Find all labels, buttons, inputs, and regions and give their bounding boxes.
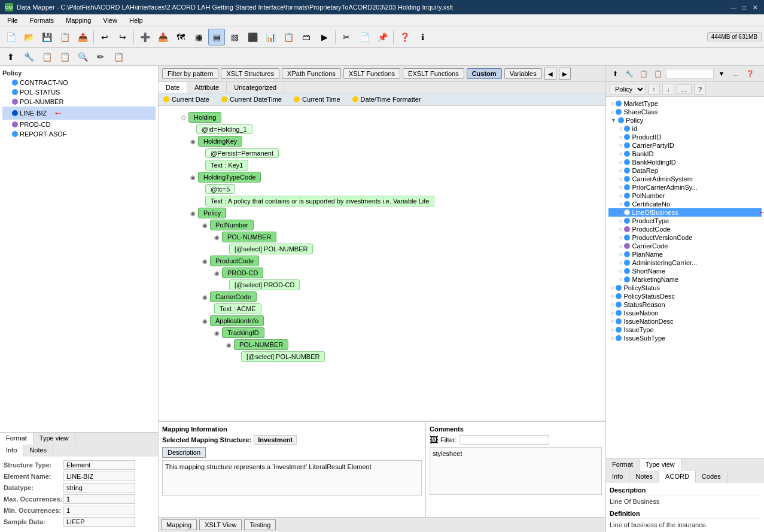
right-item-lineofbusiness[interactable]: ○ LineOfBusiness ← (608, 208, 762, 217)
view-btn1[interactable]: ▦ (190, 29, 207, 45)
policy-label[interactable]: Policy (198, 208, 226, 218)
copy-button[interactable]: 📄 (356, 29, 373, 45)
menu-file[interactable]: File (5, 16, 20, 25)
pol-number-2-label[interactable]: POL-NUMBER (234, 339, 288, 350)
pol-number-src-label[interactable]: POL-NUMBER (222, 232, 276, 242)
tab-notes[interactable]: Notes (23, 445, 53, 457)
nav-prev[interactable]: ◀ (544, 68, 556, 80)
tree-item-pol-number[interactable]: POL-NUMBER (2, 97, 156, 107)
right-item-productid[interactable]: ○ ProductID (608, 133, 762, 141)
holding-label[interactable]: Holding (188, 112, 221, 123)
exslt-functions-btn[interactable]: EXSLT Functions (403, 68, 464, 79)
left-tb-btn1[interactable]: ⬆ (2, 48, 19, 65)
right-search-input[interactable] (666, 69, 714, 78)
tree-item-pol-status[interactable]: POL-STATUS (2, 87, 156, 97)
right-tb-btn4[interactable]: 📋 (652, 67, 665, 80)
right-item-admincarrier[interactable]: ○ AdministeringCarrier... (608, 259, 762, 267)
menu-help[interactable]: Help (127, 16, 145, 25)
right-item-policystatus[interactable]: ○ PolicyStatus (608, 284, 762, 292)
node-select-pol-number-2[interactable]: [@select]:POL-NUMBER (163, 351, 601, 362)
right-tab-format[interactable]: Format (606, 459, 640, 471)
xslt-functions-btn[interactable]: XSLT Functions (343, 68, 400, 79)
right-item-carrieradmin[interactable]: ○ CarrierAdminSystem (608, 175, 762, 183)
text-policy-desc[interactable]: Text : A policy that contains or is supp… (205, 196, 434, 206)
node-applicationinfo[interactable]: ◉ ApplicationInfo (163, 315, 601, 326)
db-btn[interactable]: 🗃 (298, 29, 315, 45)
node-pol-number-src[interactable]: ◉ POL-NUMBER (163, 232, 601, 242)
window-controls[interactable]: — □ ✕ (729, 3, 759, 11)
left-tb-btn3[interactable]: 📋 (38, 48, 55, 65)
right-item-policy-folder[interactable]: ▼ Policy (608, 116, 762, 124)
add-map-button[interactable]: 🗺 (172, 29, 189, 45)
value-structure-type[interactable] (63, 460, 135, 470)
tab-testing[interactable]: Testing (244, 519, 276, 530)
open-button[interactable]: 📂 (20, 29, 37, 45)
node-holdingkey[interactable]: ◉ HoldingKey (163, 136, 601, 147)
tab-xslt-view[interactable]: XSLT View (199, 519, 242, 530)
node-trackingid[interactable]: ◉ TrackingID (163, 327, 601, 338)
custom-btn[interactable]: Custom (467, 68, 502, 79)
node-prod-cd[interactable]: ◉ PROD-CD (163, 267, 601, 278)
polnumber-label[interactable]: PolNumber (210, 220, 254, 230)
node-holdingtypecode[interactable]: ◉ HoldingTypeCode (163, 172, 601, 183)
add-target-button[interactable]: 📥 (154, 29, 171, 45)
tree-item-prod-cd[interactable]: PROD-CD (2, 120, 156, 129)
close-button[interactable]: ✕ (751, 3, 759, 11)
node-productcode[interactable]: ◉ ProductCode (163, 256, 601, 266)
node-id-holding[interactable]: @id=Holding_1 (163, 124, 601, 135)
applicationinfo-label[interactable]: ApplicationInfo (210, 315, 264, 326)
right-tb-more[interactable]: … (729, 67, 742, 80)
nav-down-btn[interactable]: ↓ (662, 84, 674, 95)
xpath-functions-btn[interactable]: XPath Functions (282, 68, 341, 79)
add-source-button[interactable]: ➕ (136, 29, 153, 45)
tab-format[interactable]: Format (0, 433, 34, 445)
save-button[interactable]: 💾 (38, 29, 55, 45)
text-acme[interactable]: Text : ACME (214, 303, 261, 314)
right-item-polnumber-r[interactable]: ○ PolNumber (608, 191, 762, 200)
right-item-issuetype[interactable]: ○ IssueType (608, 326, 762, 334)
productcode-label[interactable]: ProductCode (210, 256, 259, 266)
custom-item-current-datetime[interactable]: Current DateTime (221, 96, 282, 103)
holdingtypecode-label[interactable]: HoldingTypeCode (198, 172, 261, 183)
node-select-pol-number[interactable]: [@select]:POL-NUMBER (163, 244, 601, 254)
custom-item-current-time[interactable]: Current Time (294, 96, 340, 103)
attr-tc5[interactable]: @tc=5 (205, 184, 235, 194)
cut-button[interactable]: ✂ (338, 29, 355, 45)
desc-tab[interactable]: Description (162, 447, 206, 458)
text-key1[interactable]: Text : Key1 (205, 160, 248, 171)
filter-input[interactable] (459, 435, 549, 445)
tree-item-line-biz[interactable]: LINE-BIZ ← (2, 107, 156, 120)
undo-button[interactable]: ↩ (96, 29, 113, 45)
node-text-key1[interactable]: Text : Key1 (163, 160, 601, 171)
minimize-button[interactable]: — (729, 3, 738, 11)
left-tb-btn2[interactable]: 🔧 (20, 48, 37, 65)
sub-tab-attribute[interactable]: Attribute (187, 82, 227, 93)
right-tb-btn2[interactable]: 🔧 (623, 67, 636, 80)
right-item-id[interactable]: ○ id (608, 124, 762, 133)
select-pol-number[interactable]: [@select]:POL-NUMBER (229, 244, 313, 254)
redo-button[interactable]: ↪ (114, 29, 131, 45)
right-item-producttype[interactable]: ○ ProductType (608, 217, 762, 225)
right-item-certificateno[interactable]: ○ CertificateNo (608, 200, 762, 208)
right-tab-acord[interactable]: ACORD (659, 471, 696, 483)
node-policy[interactable]: ◉ Policy (163, 208, 601, 218)
xslt-structures-btn[interactable]: XSLT Structures (221, 68, 279, 79)
value-sample-data[interactable] (63, 517, 135, 527)
node-pol-number-2[interactable]: ◉ POL-NUMBER (163, 339, 601, 350)
node-text-policy[interactable]: Text : A policy that contains or is supp… (163, 196, 601, 206)
holdingkey-label[interactable]: HoldingKey (198, 136, 242, 147)
save-as-button[interactable]: 📋 (56, 29, 73, 45)
node-carriercode[interactable]: ◉ CarrierCode (163, 291, 601, 302)
tab-mapping[interactable]: Mapping (161, 519, 197, 530)
right-item-priorcarrier[interactable]: ○ PriorCarrierAdminSy... (608, 183, 762, 191)
view-btn3[interactable]: ▧ (226, 29, 243, 45)
right-item-productcode-r[interactable]: ○ ProductCode (608, 225, 762, 233)
value-max-occ[interactable] (63, 494, 135, 504)
right-item-policystatusdesc[interactable]: ○ PolicyStatusDesc (608, 292, 762, 300)
tree-item-contract-no[interactable]: CONTRACT-NO (2, 78, 156, 87)
right-tb-btn3[interactable]: 📋 (637, 67, 650, 80)
right-tb-btn1[interactable]: ⬆ (608, 67, 622, 80)
tree-item-report-asof[interactable]: REPORT-ASOF (2, 129, 156, 139)
paste-button[interactable]: 📌 (374, 29, 391, 45)
right-tab-codes[interactable]: Codes (696, 471, 728, 483)
